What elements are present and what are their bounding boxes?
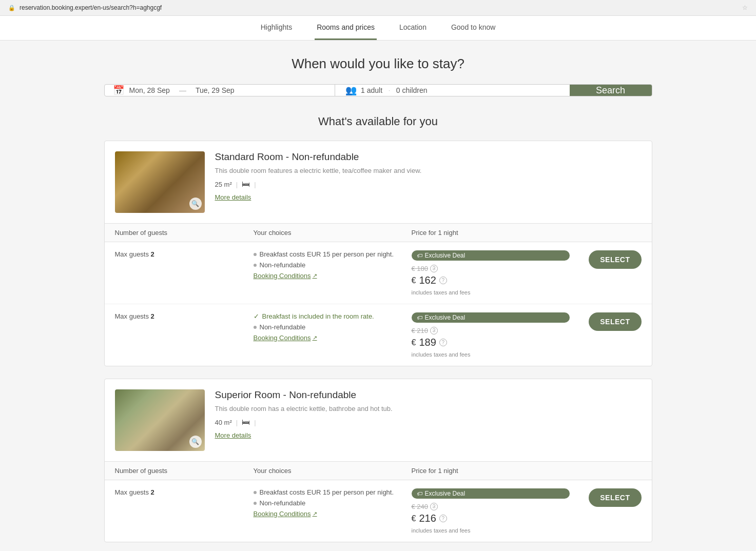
- breakfast-label: Breakfast costs EUR 15 per person per ni…: [260, 250, 394, 258]
- zoom-icon[interactable]: 🔍: [189, 198, 202, 210]
- meta-separator-2: |: [254, 181, 256, 188]
- room-name: Superior Room - Non-refundable: [215, 389, 642, 401]
- select-col: SELECT: [570, 488, 642, 507]
- price-info-icon[interactable]: ?: [430, 327, 438, 334]
- price-symbol: €: [412, 514, 416, 523]
- room-card-superior-room: 🔍 Superior Room - Non-refundable This do…: [104, 379, 652, 542]
- date-section[interactable]: 📅 Mon, 28 Sep — Tue, 29 Sep: [105, 85, 336, 96]
- non-refundable-label: Non-refundable: [260, 261, 306, 269]
- breakfast-label: Breakfast costs EUR 15 per person per ni…: [260, 488, 394, 496]
- choices-cell: Breakfast costs EUR 15 per person per ni…: [254, 488, 412, 518]
- options-header: Number of guests Your choices Price for …: [105, 462, 652, 480]
- external-link-icon: ↗: [313, 272, 317, 279]
- booking-conditions-item[interactable]: Booking Conditions ↗: [254, 272, 412, 280]
- date-to: Tue, 29 Sep: [196, 86, 235, 94]
- discounted-info-icon[interactable]: ?: [439, 339, 447, 346]
- room-image-wrap: 🔍: [115, 389, 205, 451]
- more-details-link[interactable]: More details: [215, 431, 251, 439]
- nav-highlights[interactable]: Highlights: [259, 16, 294, 40]
- max-guests-num: 2: [151, 312, 154, 320]
- external-link-icon: ↗: [313, 334, 317, 341]
- includes-taxes: includes taxes and fees: [412, 527, 570, 534]
- nav-location[interactable]: Location: [397, 16, 429, 40]
- search-bar: 📅 Mon, 28 Sep — Tue, 29 Sep 👥 1 adult · …: [104, 84, 652, 96]
- external-link-icon: ↗: [313, 510, 317, 517]
- booking-conditions-link[interactable]: Booking Conditions ↗: [254, 510, 317, 518]
- col-action: [570, 229, 642, 237]
- room-size: 40 m²: [215, 419, 232, 426]
- room-meta: 25 m² | 🛏 |: [215, 180, 642, 189]
- select-button[interactable]: SELECT: [589, 312, 641, 331]
- exclusive-deal-badge: 🏷 Exclusive Deal: [412, 488, 570, 499]
- booking-conditions-item[interactable]: Booking Conditions ↗: [254, 510, 412, 518]
- price-cell: 🏷 Exclusive Deal € 180 ? € 162 ? include…: [412, 250, 570, 296]
- tag-icon: 🏷: [417, 490, 422, 497]
- options-header: Number of guests Your choices Price for …: [105, 224, 652, 242]
- tag-icon: 🏷: [417, 314, 422, 321]
- exclusive-deal-badge: 🏷 Exclusive Deal: [412, 312, 570, 323]
- lock-icon: 🔒: [8, 5, 15, 11]
- max-guests-cell: Max guests 2: [115, 250, 254, 258]
- date-arrow: —: [179, 86, 186, 94]
- bookmark-icon[interactable]: ☆: [742, 4, 748, 11]
- booking-conditions-item[interactable]: Booking Conditions ↗: [254, 334, 412, 342]
- room-options-table: Number of guests Your choices Price for …: [105, 461, 652, 542]
- bullet-icon: [254, 502, 257, 505]
- bullet-icon: [254, 326, 257, 329]
- badge-label: Exclusive Deal: [425, 252, 466, 259]
- room-info: Standard Room - Non-refundable This doub…: [215, 151, 642, 201]
- search-button[interactable]: Search: [570, 85, 652, 96]
- discounted-price-value: 216: [419, 513, 436, 524]
- price-info-icon[interactable]: ?: [430, 503, 438, 510]
- breakfast-item: Breakfast costs EUR 15 per person per ni…: [254, 250, 412, 258]
- option-row: Max guests 2 ✓ Breakfast is included in …: [105, 304, 652, 366]
- calendar-icon: 📅: [113, 85, 124, 96]
- non-refundable-item: Non-refundable: [254, 499, 412, 507]
- price-info-icon[interactable]: ?: [430, 265, 438, 272]
- booking-conditions-link[interactable]: Booking Conditions ↗: [254, 334, 317, 342]
- meta-separator: |: [236, 181, 238, 188]
- meta-separator-2: |: [254, 419, 256, 426]
- max-guests-cell: Max guests 2: [115, 312, 254, 320]
- meta-separator: |: [236, 419, 238, 426]
- rooms-container: 🔍 Standard Room - Non-refundable This do…: [104, 141, 652, 542]
- discounted-info-icon[interactable]: ?: [439, 277, 447, 284]
- availability-title: What's available for you: [104, 115, 652, 128]
- option-row: Max guests 2 Breakfast costs EUR 15 per …: [105, 480, 652, 542]
- room-size: 25 m²: [215, 181, 232, 188]
- zoom-icon[interactable]: 🔍: [189, 436, 202, 448]
- includes-taxes: includes taxes and fees: [412, 289, 570, 296]
- discounted-info-icon[interactable]: ?: [439, 515, 447, 522]
- select-button[interactable]: SELECT: [589, 488, 641, 507]
- exclusive-deal-badge: 🏷 Exclusive Deal: [412, 250, 570, 261]
- col-choices: Your choices: [254, 229, 412, 237]
- bullet-icon: [254, 253, 257, 256]
- select-button[interactable]: SELECT: [589, 250, 641, 269]
- col-choices: Your choices: [254, 467, 412, 475]
- booking-conditions-link[interactable]: Booking Conditions ↗: [254, 272, 317, 280]
- browser-bar: 🔒 reservation.booking.expert/en-us/searc…: [0, 0, 756, 16]
- select-col: SELECT: [570, 250, 642, 269]
- non-refundable-item: Non-refundable: [254, 261, 412, 269]
- choices-cell: Breakfast costs EUR 15 per person per ni…: [254, 250, 412, 280]
- breakfast-included-label: Breakfast is included in the room rate.: [262, 312, 374, 320]
- discounted-price-value: 162: [419, 274, 436, 286]
- nav-good-to-know[interactable]: Good to know: [449, 16, 497, 40]
- guests-section[interactable]: 👥 1 adult · 0 children: [335, 85, 570, 96]
- adults-count: 1 adult: [361, 86, 382, 94]
- col-guests: Number of guests: [115, 467, 254, 475]
- room-info: Superior Room - Non-refundable This doub…: [215, 389, 642, 439]
- room-header: 🔍 Standard Room - Non-refundable This do…: [105, 141, 652, 223]
- non-refundable-item: Non-refundable: [254, 323, 412, 331]
- nav-rooms-prices[interactable]: Rooms and prices: [315, 16, 377, 40]
- price-symbol: €: [412, 276, 416, 285]
- original-price-value: € 180: [412, 265, 429, 272]
- non-refundable-label: Non-refundable: [260, 323, 306, 331]
- room-card-standard-room: 🔍 Standard Room - Non-refundable This do…: [104, 141, 652, 366]
- date-from: Mon, 28 Sep: [129, 86, 170, 94]
- room-description: This double room has a electric kettle, …: [215, 405, 642, 412]
- bed-icon: 🛏: [242, 418, 250, 427]
- discounted-price: € 189 ?: [412, 337, 570, 348]
- more-details-link[interactable]: More details: [215, 193, 251, 201]
- choices-cell: ✓ Breakfast is included in the room rate…: [254, 312, 412, 342]
